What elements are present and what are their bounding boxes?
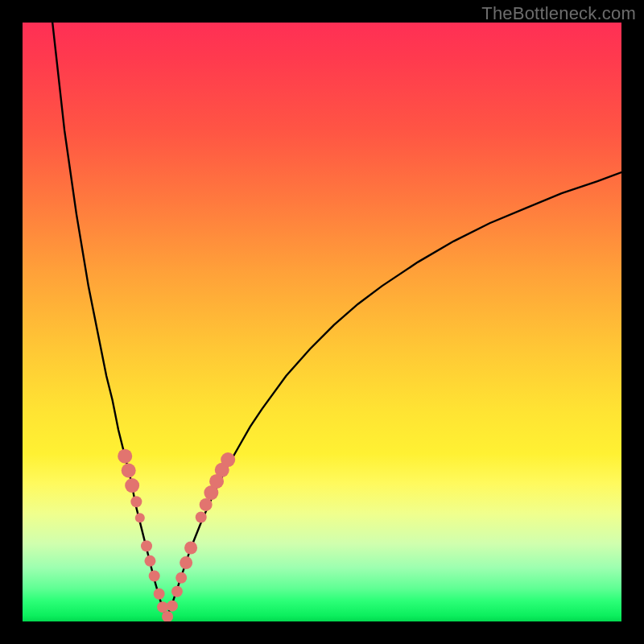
- plot-area: [23, 23, 621, 621]
- data-marker: [149, 570, 160, 581]
- data-marker: [125, 478, 139, 493]
- data-marker: [175, 572, 187, 584]
- data-marker: [180, 556, 192, 569]
- data-marker: [200, 498, 213, 511]
- data-marker: [130, 496, 142, 507]
- data-marker: [141, 540, 152, 551]
- curve-right-branch: [167, 172, 621, 618]
- data-marker: [122, 464, 136, 478]
- data-marker: [196, 512, 207, 523]
- watermark-text: TheBottleneck.com: [481, 3, 636, 24]
- curve-layer: [23, 23, 621, 621]
- data-marker: [157, 601, 168, 613]
- data-marker: [221, 452, 235, 467]
- data-marker: [144, 555, 155, 567]
- data-marker: [118, 449, 132, 464]
- data-marker: [167, 601, 178, 612]
- curve-left-branch: [52, 23, 166, 618]
- data-marker: [171, 586, 183, 597]
- chart-frame: TheBottleneck.com: [0, 0, 644, 644]
- data-marker: [135, 513, 145, 522]
- data-marker: [184, 541, 197, 554]
- data-marker: [154, 588, 165, 600]
